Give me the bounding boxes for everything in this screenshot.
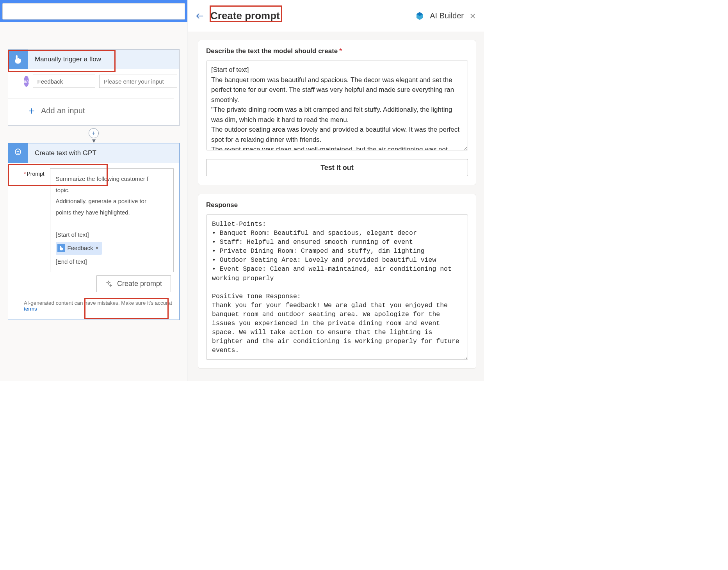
dynamic-content-chip[interactable]: Feedback × [56, 242, 102, 255]
trigger-body: aA Add an input [8, 69, 179, 125]
param-name-input[interactable] [33, 75, 95, 88]
param-placeholder-input[interactable] [99, 75, 177, 88]
test-it-out-button[interactable]: Test it out [206, 159, 468, 176]
text-type-icon: aA [24, 76, 29, 87]
top-accent-bar [0, 0, 187, 3]
prompt-line: topic. [56, 187, 70, 193]
describe-textarea[interactable] [206, 61, 468, 150]
sparkle-icon [105, 281, 112, 288]
ai-disclaimer: AI-generated content can have mistakes. … [24, 292, 174, 312]
gpt-body: *Prompt Summarize the following customer… [8, 163, 179, 320]
back-button[interactable] [196, 12, 206, 20]
gpt-icon [8, 143, 28, 163]
ai-builder-label: AI Builder [430, 11, 464, 20]
close-button[interactable] [469, 13, 476, 20]
create-prompt-panel: Create prompt AI Builder Describe the te… [187, 0, 484, 381]
gpt-card: Create text with GPT *Prompt Summarize t… [8, 143, 180, 320]
add-input-label: Add an input [41, 106, 85, 115]
prompt-label: *Prompt [24, 168, 44, 177]
terms-link[interactable]: terms [24, 306, 37, 312]
panel-header: Create prompt AI Builder [188, 0, 484, 32]
response-heading: Response [206, 201, 468, 209]
create-prompt-button[interactable]: Create prompt [96, 275, 171, 292]
chip-label: Feedback [68, 243, 93, 254]
manual-trigger-icon [57, 244, 65, 252]
flow-designer-pane: Manually trigger a flow aA Add an input … [0, 0, 187, 381]
prompt-line: Additionally, generate a positive tor [56, 198, 146, 204]
add-input-button[interactable]: Add an input [24, 98, 174, 118]
trigger-card-header[interactable]: Manually trigger a flow [8, 50, 179, 69]
ai-builder-logo-icon [415, 11, 424, 21]
manual-trigger-icon [8, 50, 28, 69]
trigger-param-row: aA [24, 75, 174, 88]
top-search-input[interactable] [2, 3, 185, 20]
panel-header-right: AI Builder [415, 11, 476, 21]
chip-remove-icon[interactable]: × [95, 243, 98, 254]
prompt-start-marker: [Start of text] [56, 231, 89, 238]
connector: + ▾ [0, 128, 187, 143]
trigger-title: Manually trigger a flow [28, 55, 101, 63]
prompt-textarea[interactable]: Summarize the following customer f topic… [50, 168, 174, 272]
panel-body: Describe the text the model should creat… [188, 32, 484, 381]
trigger-card: Manually trigger a flow aA Add an input [8, 49, 180, 126]
arrow-down-icon: ▾ [92, 138, 96, 143]
prompt-end-marker: [End of text] [56, 258, 87, 265]
create-prompt-label: Create prompt [117, 280, 162, 288]
prompt-row: *Prompt Summarize the following customer… [24, 168, 174, 272]
response-output[interactable]: Bullet-Points: • Banquet Room: Beautiful… [206, 214, 468, 360]
prompt-line: points they have highlighted. [56, 209, 130, 216]
describe-card: Describe the text the model should creat… [198, 40, 476, 185]
describe-heading: Describe the text the model should creat… [206, 47, 468, 55]
gpt-card-header[interactable]: Create text with GPT [8, 143, 179, 163]
panel-title: Create prompt [210, 10, 280, 22]
response-card: Response Bullet-Points: • Banquet Room: … [198, 194, 476, 369]
top-search-wrap [0, 3, 187, 22]
prompt-line: Summarize the following customer f [56, 175, 149, 182]
gpt-title: Create text with GPT [28, 149, 96, 157]
